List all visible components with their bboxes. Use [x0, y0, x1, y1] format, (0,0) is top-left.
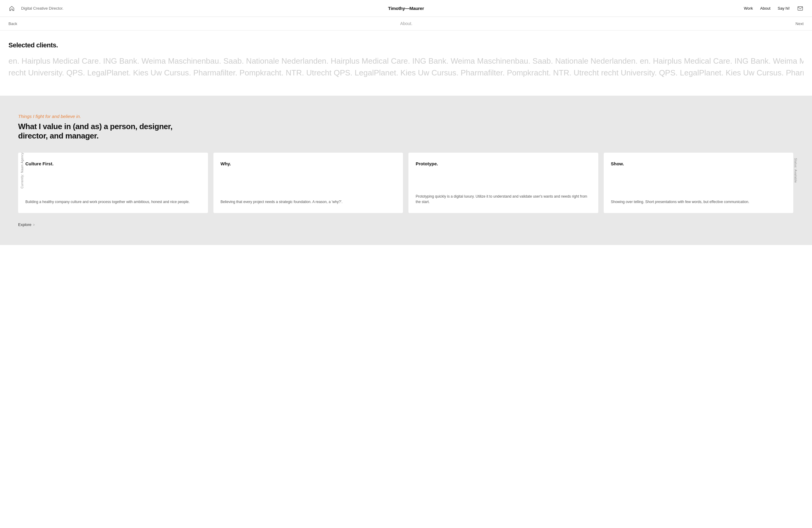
card-body: Prototyping quickly is a digital luxury.… [416, 194, 591, 205]
values-section: Currently: Naam Agency Status: Available… [0, 96, 812, 245]
back-link[interactable]: Back [9, 21, 17, 26]
cards-row: Culture First. Building a healthy compan… [18, 153, 794, 213]
sub-nav: Back About. Next [0, 17, 812, 30]
card-culture-first: Culture First. Building a healthy compan… [18, 153, 208, 213]
spacer [0, 84, 812, 96]
nav-about[interactable]: About [760, 6, 770, 11]
explore-arrow-icon: › [33, 222, 35, 227]
clients-section: Selected clients. en. Hairplus Medical C… [0, 30, 812, 84]
card-body: Building a healthy company culture and w… [25, 199, 201, 205]
card-body: Showing over telling. Short presentation… [611, 199, 786, 205]
card-show: Show. Showing over telling. Short presen… [604, 153, 794, 213]
side-label-left: Currently: Naam Agency [20, 152, 24, 188]
clients-marquee: en. Hairplus Medical Care. ING Bank. Wei… [9, 56, 803, 77]
explore-link[interactable]: Explore › [18, 222, 794, 227]
email-icon[interactable] [797, 5, 803, 12]
card-body: Believing that every project needs a str… [221, 199, 396, 205]
side-label-right: Status: Available [794, 158, 797, 183]
values-heading: What I value in (and as) a person, desig… [18, 122, 794, 141]
explore-label: Explore [18, 222, 31, 227]
card-why: Why. Believing that every project needs … [214, 153, 403, 213]
card-title: Show. [611, 161, 786, 166]
card-title: Culture First. [25, 161, 201, 166]
clients-heading: Selected clients. [9, 41, 803, 49]
header-subtitle: Digital Creative Director. [21, 6, 63, 11]
card-title: Why. [221, 161, 396, 166]
values-tagline: Things I fight for and believe in. [18, 114, 794, 119]
clients-row-1: en. Hairplus Medical Care. ING Bank. Wei… [9, 56, 803, 66]
nav-sayhi[interactable]: Say hi! [778, 6, 790, 11]
card-prototype: Prototype. Prototyping quickly is a digi… [408, 153, 598, 213]
gray-inner: Things I fight for and believe in. What … [0, 114, 812, 227]
home-icon[interactable] [9, 5, 15, 12]
page-title: About. [400, 21, 412, 26]
header-left: Digital Creative Director. [9, 5, 63, 12]
card-title: Prototype. [416, 161, 591, 166]
header-title: Timothy—Maurer [388, 6, 424, 11]
next-link[interactable]: Next [795, 21, 803, 26]
header: Digital Creative Director. Timothy—Maure… [0, 0, 812, 17]
svg-rect-0 [798, 6, 803, 10]
header-nav: Work About Say hi! [744, 5, 803, 12]
nav-work[interactable]: Work [744, 6, 753, 11]
clients-row-2: recht University. QPS. LegalPlanet. Kies… [9, 68, 803, 77]
